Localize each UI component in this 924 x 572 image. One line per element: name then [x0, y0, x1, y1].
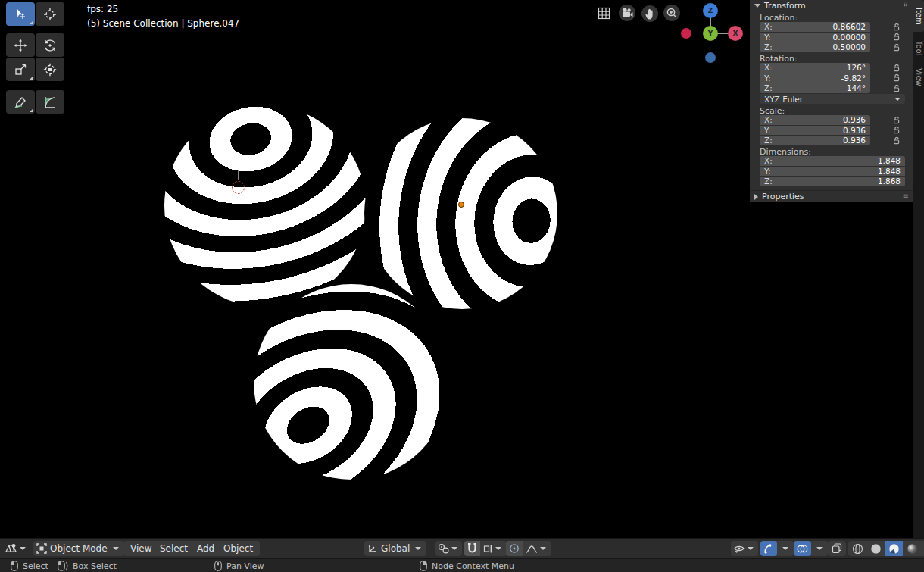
chevron-down-icon [748, 547, 754, 550]
tool-scale-button[interactable] [6, 58, 35, 81]
axis-value: 126° [847, 63, 866, 72]
tool-annotate-button[interactable] [6, 90, 35, 114]
axis-value: 0.00000 [833, 33, 866, 42]
axis-navigation-gizmo[interactable]: Z Y X [680, 3, 744, 65]
scale-z-field[interactable]: Z: 0.936 [760, 136, 870, 145]
transform-panel-header[interactable]: Transform ⠿ [750, 0, 913, 11]
shading-material-icon [888, 543, 900, 555]
striped-sphere-object-selected[interactable] [367, 118, 557, 309]
lock-location-x-icon[interactable] [892, 22, 901, 31]
dimensions-z-field[interactable]: Z: 1.868 [760, 177, 905, 186]
dimensions-x-field[interactable]: X: 1.848 [760, 156, 905, 166]
shading-solid-button[interactable] [866, 541, 885, 556]
axis-x-negative-ball[interactable] [681, 28, 691, 39]
lock-rotation-x-icon[interactable] [892, 63, 901, 72]
blender-window: fps: 25 (5) Scene Collection | Sphere.04… [0, 0, 924, 572]
panel-title: Properties [762, 192, 804, 202]
lock-location-z-icon[interactable] [892, 42, 901, 52]
toggle-xray-button[interactable] [828, 541, 846, 556]
properties-panel-header[interactable]: Properties ≡ [750, 190, 913, 202]
sidebar-item-panel: Transform ⠿ Location: X: 0.86602 Y: 0.00… [750, 0, 913, 202]
location-y-field[interactable]: Y: 0.00000 [760, 33, 870, 42]
axis-value: 0.936 [843, 126, 866, 135]
menu-object[interactable]: Object [217, 541, 260, 556]
axis-z-ball[interactable]: Z [703, 3, 718, 18]
location-z-field[interactable]: Z: 0.50000 [760, 42, 870, 52]
chevron-down-icon [415, 547, 421, 550]
axis-label: Z: [764, 136, 773, 145]
status-hint-box-select: Box Select [58, 559, 117, 572]
rotation-y-field[interactable]: Y: -9.82° [760, 73, 870, 83]
shading-dropdown[interactable] [921, 541, 924, 556]
shading-material-button[interactable] [885, 541, 903, 556]
tab-tool[interactable]: Tool [913, 36, 924, 61]
tool-tweak-select-button[interactable] [6, 2, 35, 26]
axis-y-ball[interactable]: Y [703, 26, 718, 41]
orientation-label: Global [381, 543, 410, 554]
lock-rotation-y-icon[interactable] [892, 73, 901, 83]
striped-sphere-object[interactable] [254, 284, 449, 480]
status-hint-pan-view: Pan View [214, 559, 264, 572]
object-origin-dot [458, 202, 464, 208]
tab-view[interactable]: View [913, 64, 924, 91]
rotation-x-field[interactable]: X: 126° [760, 63, 870, 73]
tool-cursor-button[interactable] [36, 2, 64, 26]
overlays-group [794, 541, 828, 556]
chevron-down-icon [113, 547, 119, 550]
gizmos-dropdown[interactable] [777, 541, 794, 556]
rotation-mode-dropdown[interactable]: XYZ Euler [760, 94, 905, 104]
shading-wireframe-icon [852, 543, 863, 555]
striped-sphere-object[interactable] [164, 105, 366, 307]
proportional-editing-toggle[interactable] [506, 541, 523, 556]
scale-y-field[interactable]: Y: 0.936 [760, 126, 870, 136]
proportional-falloff-dropdown[interactable] [523, 541, 551, 556]
panel-grip-icon[interactable]: ⠿ [903, 1, 909, 8]
camera-view-icon[interactable] [619, 5, 635, 21]
axis-value: 0.50000 [833, 42, 866, 52]
tool-measure-button[interactable] [36, 90, 64, 114]
shading-mode-group [848, 541, 924, 556]
zoom-grid-icon[interactable] [595, 5, 612, 21]
overlays-dropdown[interactable] [811, 541, 828, 556]
mode-dropdown[interactable]: Object Mode [33, 541, 124, 556]
object-type-visibility-dropdown[interactable] [731, 541, 758, 556]
lock-scale-x-icon[interactable] [892, 115, 901, 124]
rotation-z-field[interactable]: Z: 144° [760, 83, 870, 93]
axis-label: X: [764, 156, 773, 165]
tool-rotate-button[interactable] [36, 33, 64, 57]
mouse-left-drag-icon [58, 561, 68, 571]
menu-select[interactable]: Select [153, 541, 195, 556]
shading-rendered-button[interactable] [903, 541, 921, 556]
status-bar: Select Box Select Pan View Node Context … [0, 558, 924, 572]
snap-toggle-button[interactable] [464, 541, 480, 556]
snap-target-dropdown[interactable] [480, 541, 507, 556]
falloff-curve-icon [526, 544, 538, 554]
lock-scale-z-icon[interactable] [892, 136, 901, 145]
zoom-magnifier-icon[interactable] [663, 5, 680, 21]
show-gizmos-toggle[interactable] [760, 541, 777, 556]
tool-move-button[interactable] [6, 33, 35, 57]
rotation-mode-value: XYZ Euler [764, 95, 803, 104]
tool-transform-button[interactable] [36, 58, 64, 81]
scale-x-field[interactable]: X: 0.936 [760, 115, 870, 125]
editor-type-dropdown[interactable] [5, 541, 28, 556]
x-axis-line [717, 33, 728, 34]
gizmo-group [760, 541, 794, 556]
lock-rotation-z-icon[interactable] [892, 83, 901, 92]
lock-location-y-icon[interactable] [892, 33, 901, 42]
transform-orientation-dropdown[interactable]: Global [364, 541, 426, 556]
location-x-field[interactable]: X: 0.86602 [760, 22, 870, 32]
dimensions-y-field[interactable]: Y: 1.848 [760, 167, 905, 177]
pan-hand-icon[interactable] [641, 5, 658, 22]
axis-z-negative-ball[interactable] [705, 52, 716, 63]
axis-value: 144° [847, 83, 866, 92]
show-overlays-toggle[interactable] [794, 541, 811, 556]
panel-grip-icon[interactable]: ≡ [903, 192, 909, 200]
axis-x-ball[interactable]: X [728, 26, 743, 41]
chevron-down-icon [495, 547, 501, 550]
pivot-point-dropdown[interactable] [435, 541, 462, 556]
lock-scale-y-icon[interactable] [892, 126, 901, 135]
shading-wireframe-button[interactable] [848, 541, 866, 556]
tab-item[interactable]: Item [913, 0, 924, 32]
proportional-editing-icon [509, 543, 520, 554]
